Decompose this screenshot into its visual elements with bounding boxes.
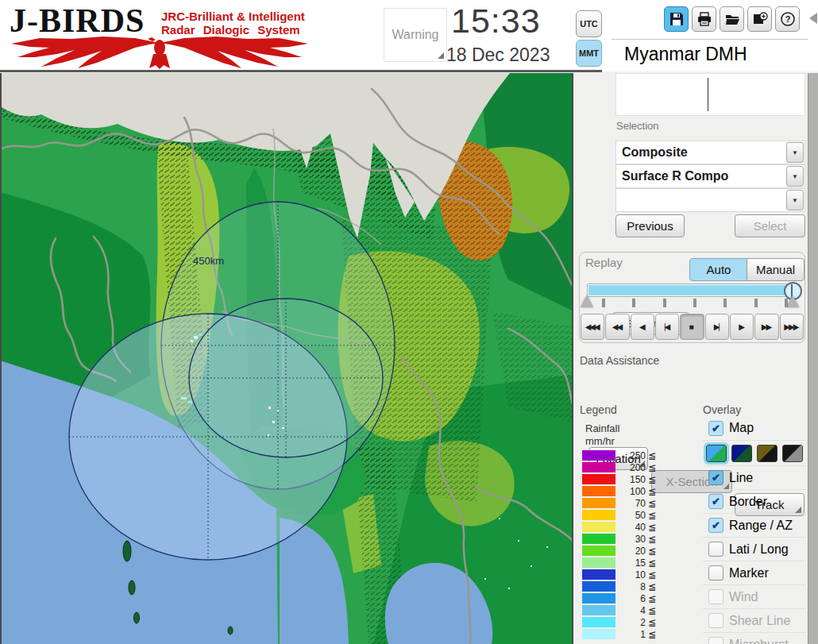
- add-image-button[interactable]: [747, 6, 772, 32]
- legend-unit-2: mm/hr: [585, 435, 615, 448]
- clock-time: 15:33: [451, 2, 570, 40]
- checkbox: [708, 613, 723, 628]
- overlay-item-label: Line: [729, 471, 753, 485]
- overlay-item-label: Wind: [729, 590, 758, 604]
- legend-lte-symbol: ≦: [648, 569, 656, 580]
- overlay-item-lati-long[interactable]: Lati / Long: [703, 537, 806, 561]
- help-button[interactable]: ?: [775, 6, 800, 32]
- step-back-button[interactable]: |◀: [655, 314, 679, 340]
- overlay-item-label: Shear Line: [729, 614, 790, 628]
- save-button[interactable]: [664, 6, 689, 32]
- manual-button[interactable]: Manual: [747, 258, 804, 281]
- mmt-button[interactable]: MMT: [576, 40, 602, 67]
- logo-subtitle-1: JRC-Brilliant & Intelligent: [161, 10, 305, 23]
- legend-value: 10: [619, 569, 646, 580]
- jump-end-button[interactable]: ▶▶▶: [780, 314, 804, 340]
- legend-value: 20: [619, 546, 646, 557]
- stop-button[interactable]: ■: [680, 314, 704, 340]
- legend-row: 200≦: [582, 461, 656, 473]
- previous-button[interactable]: Previous: [615, 214, 685, 237]
- panel-collapse-arrow-icon[interactable]: [809, 13, 817, 24]
- option-dropdown[interactable]: ▼: [615, 188, 805, 212]
- overlay-item-wind: Wind: [703, 584, 806, 608]
- legend-row: 1≦: [582, 628, 656, 640]
- utc-button[interactable]: UTC: [576, 10, 602, 37]
- checkbox: [708, 589, 723, 604]
- replay-tick: [723, 299, 727, 307]
- overlay-item-label: Range / AZ: [729, 519, 793, 533]
- legend-row: 150≦: [582, 473, 656, 485]
- replay-tick: [602, 299, 605, 307]
- eagle-logo-icon: [8, 37, 311, 70]
- checkbox[interactable]: ✔: [708, 494, 723, 509]
- legend-lte-symbol: ≦: [648, 557, 656, 569]
- logo-subtitle-2: Radar Dialogic System: [161, 23, 300, 37]
- fast-forward-button[interactable]: ▶▶: [754, 314, 778, 340]
- legend-lte-symbol: ≦: [648, 605, 656, 616]
- legend-value: 50: [619, 510, 646, 521]
- checkbox[interactable]: ✔: [708, 518, 723, 533]
- overlay-item-range-az[interactable]: ✔Range / AZ: [703, 513, 806, 537]
- overlay-item-map[interactable]: ✔Map: [703, 416, 806, 440]
- legend-lte-symbol: ≦: [648, 546, 656, 557]
- checkbox[interactable]: [708, 542, 723, 557]
- product-dropdown[interactable]: Surface R Compo ▼: [615, 164, 805, 188]
- chevron-down-icon[interactable]: ▼: [786, 142, 804, 163]
- map-style-black-gray[interactable]: [782, 445, 803, 462]
- legend-lte-symbol: ≦: [648, 629, 656, 640]
- checkbox[interactable]: [708, 565, 723, 580]
- overlay-item-line[interactable]: ✔Line: [703, 465, 806, 489]
- jump-start-button[interactable]: ◀◀◀: [581, 314, 604, 340]
- site-info-box: [615, 73, 805, 116]
- composite-dropdown[interactable]: Composite ▼: [615, 141, 805, 164]
- select-button[interactable]: Select: [735, 214, 805, 237]
- range-ring-label: 450km: [193, 255, 224, 267]
- chevron-down-icon[interactable]: ▼: [786, 190, 804, 210]
- jbirds-app: J-BIRDS JRC-Brilliant & Intelligent Rada…: [0, 0, 818, 644]
- overlay-item-border[interactable]: ✔Border: [703, 489, 806, 513]
- help-icon: ?: [780, 11, 796, 27]
- map-style-olive-black[interactable]: [757, 445, 777, 462]
- legend-value: 30: [619, 534, 646, 545]
- right-splitter-bar[interactable]: [808, 73, 818, 644]
- legend-lte-symbol: ≦: [648, 450, 656, 461]
- map-style-row: [703, 440, 806, 465]
- print-button[interactable]: [692, 6, 716, 32]
- replay-tick: [632, 299, 635, 307]
- legend-lte-symbol: ≦: [648, 522, 656, 533]
- checkbox[interactable]: ✔: [708, 421, 723, 436]
- replay-tick: [693, 299, 696, 307]
- chevron-down-icon[interactable]: ▼: [786, 166, 804, 187]
- replay-start-marker-icon[interactable]: [581, 295, 593, 307]
- overlay-item-label: Map: [729, 421, 754, 435]
- map-style-navy-darkgreen[interactable]: [731, 445, 752, 462]
- overlay-item-marker[interactable]: Marker: [703, 561, 806, 584]
- legend-color-swatch: [582, 557, 615, 568]
- radar-map[interactable]: 450km: [0, 73, 573, 644]
- checkbox[interactable]: ✔: [708, 470, 723, 485]
- legend-scale: 250≦200≦150≦100≦70≦50≦40≦30≦20≦15≦10≦8≦6…: [582, 449, 656, 640]
- legend-value: 200: [619, 462, 646, 473]
- clock-date: 18 Dec 2023: [446, 44, 572, 66]
- open-folder-button[interactable]: [720, 6, 744, 32]
- map-style-blue-green[interactable]: [706, 445, 727, 462]
- legend-color-swatch: [582, 593, 615, 604]
- legend-color-swatch: [582, 569, 615, 580]
- playback-controls: ◀◀◀◀◀◀|◀■▶|▶▶▶▶▶▶: [581, 314, 804, 340]
- overlay-item-label: Microburst: [729, 638, 789, 644]
- legend-row: 30≦: [582, 533, 656, 545]
- legend-value: 150: [619, 474, 646, 485]
- warning-button[interactable]: Warning: [384, 8, 447, 62]
- play-reverse-button[interactable]: ◀: [631, 314, 654, 340]
- replay-tick-row: [602, 297, 785, 308]
- fast-rewind-button[interactable]: ◀◀: [605, 314, 629, 340]
- replay-progress-track[interactable]: [587, 283, 800, 297]
- play-button[interactable]: ▶: [730, 314, 754, 340]
- overlay-item-label: Border: [729, 495, 767, 509]
- step-forward-button[interactable]: ▶|: [705, 314, 729, 340]
- replay-end-marker-icon[interactable]: [786, 295, 799, 307]
- save-icon: [669, 11, 685, 27]
- legend-unit-1: Rainfall: [585, 422, 619, 435]
- auto-button[interactable]: Auto: [689, 258, 748, 281]
- legend-value: 15: [619, 557, 646, 569]
